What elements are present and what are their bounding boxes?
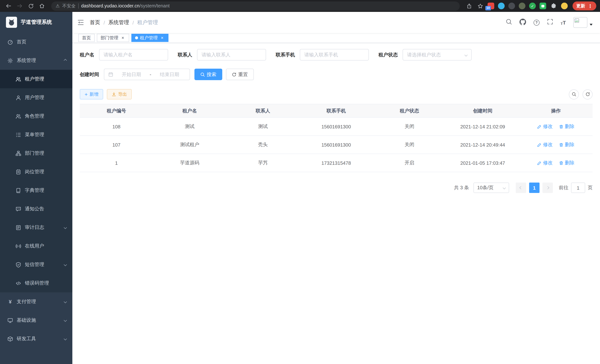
tab-home[interactable]: 首页 [78, 34, 95, 42]
fullscreen-icon[interactable] [547, 19, 553, 26]
chevron-up-icon [64, 59, 67, 62]
browser-menu-icon[interactable]: ⋮ [588, 3, 593, 8]
font-size-icon[interactable]: TT [561, 19, 566, 25]
extension-dark-icon[interactable] [508, 3, 515, 9]
back-icon[interactable] [4, 1, 13, 11]
github-icon[interactable] [519, 18, 526, 27]
start-date-placeholder[interactable]: 开始日期 [115, 71, 148, 78]
sidebar-item-menu[interactable]: 菜单管理 [0, 125, 72, 144]
edit-link[interactable]: 修改 [537, 141, 553, 148]
filter-row-1: 租户名 联系人 联系手机 [80, 49, 593, 60]
reset-button[interactable]: 重置 [226, 69, 254, 80]
extensions-puzzle-icon[interactable] [549, 1, 558, 11]
sidebar-item-notice[interactable]: 通知公告 [0, 200, 72, 218]
delete-link[interactable]: 删除 [559, 159, 574, 166]
sidebar-item-sms[interactable]: 短信管理 [0, 255, 72, 274]
contact-input[interactable] [201, 52, 262, 57]
screen: ⚠ 不安全 dashboard.yudao.iocoder.cn/system/… [0, 0, 600, 364]
sidebar-item-system[interactable]: 系统管理 [0, 51, 72, 70]
tenant-table: 租户编号 租户名 联系人 联系手机 租户状态 创建时间 操作 108 测试 [80, 104, 593, 172]
mobile-input[interactable] [304, 52, 364, 57]
sidebar-item-post[interactable]: 岗位管理 [0, 162, 72, 181]
sidebar-item-tenant[interactable]: 租户管理 [0, 70, 72, 88]
tab-tenant[interactable]: 租户管理 × [131, 34, 169, 42]
sidebar-item-user[interactable]: 用户管理 [0, 88, 72, 107]
home-icon[interactable] [37, 1, 47, 11]
prev-page-button[interactable] [516, 183, 526, 193]
page-size-select[interactable]: 10条/页 [473, 183, 509, 193]
page-number-1[interactable]: 1 [529, 183, 540, 193]
export-button[interactable]: 导出 [107, 89, 132, 99]
sidebar-fold-icon[interactable] [77, 20, 84, 25]
share-icon[interactable] [464, 1, 474, 11]
sidebar-item-home[interactable]: 首页 [0, 33, 72, 51]
chevron-down-icon [64, 263, 67, 266]
app-title: 芋道管理系统 [21, 19, 52, 26]
breadcrumb-separator: / [132, 19, 134, 25]
end-date-placeholder[interactable]: 结束日期 [153, 71, 186, 78]
close-icon[interactable]: × [120, 35, 125, 40]
help-icon[interactable]: ? [534, 19, 540, 25]
create-time-range-picker[interactable]: 开始日期 - 结束日期 [104, 69, 190, 80]
extension-olive-icon[interactable] [519, 3, 525, 9]
logo-row[interactable]: 芋道管理系统 [0, 12, 72, 33]
active-tab-dot [135, 36, 138, 39]
cell-name: 测试租户 [153, 136, 226, 154]
cell-id: 107 [80, 136, 153, 154]
header-search-icon[interactable] [506, 19, 512, 26]
total-count: 共 3 条 [454, 184, 469, 191]
badge-icon [16, 169, 21, 175]
edit-link[interactable]: 修改 [537, 123, 553, 130]
search-button[interactable]: 搜索 [194, 69, 222, 80]
toggle-search-button[interactable] [569, 89, 579, 99]
table-row: 107 测试租户 秃头 15601691300 关闭 2021-12-14 20… [80, 136, 593, 154]
navbar: 首页 / 系统管理 / 租户管理 ? [72, 12, 600, 33]
breadcrumb-home[interactable]: 首页 [90, 19, 100, 26]
signal-icon [16, 243, 21, 249]
next-page-button[interactable] [543, 183, 553, 193]
sidebar-item-label: 岗位管理 [25, 168, 44, 175]
reload-icon[interactable] [26, 1, 36, 11]
status-select[interactable]: 请选择租户状态 [403, 49, 472, 60]
create-time-label: 创建时间 [80, 71, 99, 78]
sidebar-item-dict[interactable]: 字典管理 [0, 181, 72, 200]
tenant-name-input-wrap [99, 49, 168, 60]
org-tree-icon [16, 150, 21, 156]
delete-link[interactable]: 删除 [559, 141, 574, 148]
forward-icon[interactable] [15, 1, 25, 11]
extension-adblock-icon[interactable]: 10 [488, 3, 494, 9]
edit-link[interactable]: 修改 [537, 159, 553, 166]
bookmark-star-icon[interactable] [475, 1, 485, 11]
refresh-button[interactable] [582, 89, 593, 99]
tenant-name-input[interactable] [103, 52, 164, 57]
extension-chat-icon[interactable] [540, 3, 546, 9]
breadcrumb-system[interactable]: 系统管理 [108, 19, 129, 26]
user-avatar[interactable] [573, 17, 593, 28]
sidebar-item-online[interactable]: 在线用户 [0, 237, 72, 255]
extension-shield-icon[interactable] [498, 3, 505, 9]
delete-link[interactable]: 删除 [559, 123, 574, 130]
main-area: 首页 / 系统管理 / 租户管理 ? [72, 12, 600, 364]
sidebar-item-dept[interactable]: 部门管理 [0, 144, 72, 162]
mobile-input-wrap [300, 49, 369, 60]
goto-page-input[interactable] [571, 183, 585, 193]
address-bar[interactable]: ⚠ 不安全 dashboard.yudao.iocoder.cn/system/… [51, 1, 460, 10]
cell-actions: 修改 删除 [519, 136, 593, 154]
sidebar-item-audit[interactable]: 审计日志 [0, 218, 72, 237]
sidebar-item-role[interactable]: 角色管理 [0, 107, 72, 125]
extension-check-icon[interactable]: ✓ [529, 3, 536, 9]
profile-avatar[interactable] [561, 3, 568, 9]
sidebar-item-infra[interactable]: 基础设施 [0, 311, 72, 329]
code-icon [16, 280, 21, 286]
page-content: 租户名 联系人 联系手机 [72, 43, 600, 364]
update-button[interactable]: 更新 ⋮ [572, 1, 596, 10]
add-button[interactable]: + 新增 [80, 89, 103, 99]
close-icon[interactable]: × [159, 35, 165, 40]
url-host: dashboard.yudao.iocoder.cn [81, 3, 140, 9]
tab-dept[interactable]: 部门管理 × [97, 34, 129, 42]
sidebar-item-label: 租户管理 [25, 76, 44, 82]
sidebar-item-payment[interactable]: ¥ 支付管理 [0, 292, 72, 311]
sidebar-item-label: 字典管理 [25, 187, 44, 194]
sidebar-item-errcode[interactable]: 错误码管理 [0, 274, 72, 292]
sidebar-item-devtools[interactable]: 研发工具 [0, 329, 72, 348]
